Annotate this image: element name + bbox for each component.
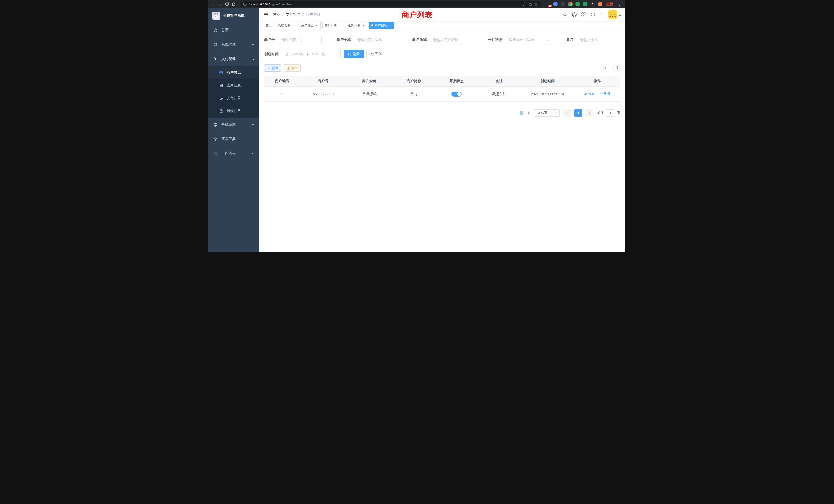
sidebar-item-pay-order[interactable]: 支付订单 <box>208 92 259 105</box>
reset-button[interactable]: 重置 <box>367 50 387 58</box>
grid-icon <box>219 83 223 88</box>
bookmark-star-icon[interactable] <box>534 2 538 6</box>
refresh-icon[interactable] <box>612 64 620 72</box>
merchant-shortname-input[interactable] <box>430 36 474 44</box>
close-icon[interactable] <box>291 24 295 27</box>
extension-drop-icon[interactable] <box>553 2 558 6</box>
export-button[interactable]: 导出 <box>284 64 301 72</box>
sidebar-item-dev-tools[interactable]: 研发工具 <box>208 132 259 146</box>
sidebar-item-system[interactable]: 系统管理 <box>208 38 259 52</box>
remark-input[interactable] <box>577 36 620 44</box>
site-info-icon[interactable] <box>243 2 247 6</box>
browser-back-icon[interactable] <box>211 2 216 7</box>
sidebar: 芋道管理系统 首页 系统管理 <box>208 8 259 252</box>
sidebar-item-merchant-info[interactable]: 商户信息 <box>208 66 259 79</box>
caret-down-icon <box>619 15 621 17</box>
breadcrumb-home[interactable]: 首页 <box>273 12 280 17</box>
tab-pay-order[interactable]: 支付订单 <box>322 22 344 29</box>
tab-merchant-info[interactable]: 商户信息 <box>369 22 394 29</box>
date-range-picker[interactable]: 开始日期 - 结束日期 <box>282 50 341 58</box>
close-icon[interactable] <box>361 24 365 27</box>
sidebar-item-label: 退款订单 <box>226 109 241 113</box>
browser-extensions-area: 10 * 更新 <box>545 2 623 7</box>
sidebar-item-label: 基础设施 <box>221 122 236 127</box>
tab-refund-order[interactable]: 退款订单 <box>346 22 368 29</box>
browser-home-icon[interactable] <box>231 2 236 7</box>
breadcrumb-payment[interactable]: 支付管理 <box>286 12 300 17</box>
cell-seq: 1 <box>264 87 300 101</box>
add-button[interactable]: 新增 <box>264 64 281 72</box>
extension-sheet-icon[interactable] <box>583 2 588 6</box>
merchant-no-input[interactable] <box>278 36 322 44</box>
col-short-name: 商户简称 <box>393 76 436 87</box>
sidebar-item-refund-order[interactable]: 退款订单 <box>208 105 259 117</box>
goto-page-input[interactable] <box>605 109 615 116</box>
extension-dark-icon[interactable] <box>561 2 565 6</box>
prev-page-button[interactable] <box>563 109 571 116</box>
fullscreen-icon[interactable] <box>590 12 595 17</box>
tab-home[interactable]: 首页 <box>263 22 274 29</box>
sidebar-item-payment[interactable]: 支付管理 <box>208 52 259 66</box>
col-full-name: 商户全称 <box>346 76 392 87</box>
password-key-icon[interactable] <box>522 2 526 6</box>
search-icon[interactable] <box>563 12 568 17</box>
sidebar-item-label: 研发工具 <box>221 137 236 141</box>
delete-button[interactable]: 删除 <box>600 92 611 96</box>
close-icon[interactable] <box>315 24 319 27</box>
status-select[interactable]: 请选择开启状态 <box>506 36 552 44</box>
status-toggle[interactable] <box>452 92 462 97</box>
address-bar[interactable]: localhost:1024/pay/merchant <box>240 1 541 7</box>
user-avatar-menu[interactable] <box>608 10 621 19</box>
font-size-icon[interactable] <box>599 13 604 17</box>
extension-color-icon[interactable] <box>568 2 573 6</box>
next-page-button[interactable] <box>586 109 593 116</box>
main-area: 首页 / 支付管理 / 商户信息 <box>259 8 626 252</box>
page-size-select[interactable]: 10条/页 <box>534 109 559 116</box>
extension-grid-icon[interactable]: 10 <box>546 2 550 6</box>
extension-pinwheel-icon[interactable]: * <box>590 2 595 6</box>
page-number-button[interactable]: 1 <box>574 109 582 116</box>
gear-icon <box>213 42 218 47</box>
url-path: /pay/merchant <box>272 2 293 6</box>
table-toolbar: 新增 导出 <box>264 64 620 72</box>
sidebar-item-label: 商户信息 <box>226 70 241 75</box>
box-icon <box>213 137 218 141</box>
tab-user-group[interactable]: 用户分组 <box>299 22 321 29</box>
browser-update-button[interactable]: 更新 <box>605 2 614 6</box>
hamburger-icon[interactable] <box>263 12 269 18</box>
start-date-placeholder: 开始日期 <box>290 52 304 56</box>
browser-reload-icon[interactable] <box>224 2 229 7</box>
search-form-row-1: 商户号 商户全称 商户简称 开启状态 请选择开启状态 <box>264 36 620 44</box>
app-logo[interactable]: 芋道管理系统 <box>208 8 259 23</box>
github-icon[interactable] <box>572 12 577 17</box>
page-unit-label: 页 <box>617 111 620 115</box>
kebab-menu-icon[interactable] <box>617 2 622 7</box>
tab-process-form[interactable]: 流程表单 <box>276 22 297 29</box>
sidebar-item-home[interactable]: 首页 <box>208 23 259 38</box>
help-icon[interactable] <box>581 12 586 17</box>
edit-button[interactable]: 修改 <box>584 92 595 96</box>
extension-green-icon[interactable] <box>575 2 580 6</box>
chevron-down-icon <box>546 38 549 42</box>
cell-actions: 修改 删除 <box>574 87 620 101</box>
toggle-search-icon[interactable] <box>601 64 609 72</box>
close-icon[interactable] <box>388 24 392 27</box>
breadcrumb-separator: / <box>303 13 304 17</box>
sidebar-item-infra[interactable]: 基础设施 <box>208 117 259 132</box>
table-row: 1 M233666999 芋道源码 芋艿 我是备注 2021-10-23 08:… <box>264 87 620 101</box>
search-button[interactable]: 搜索 <box>344 50 364 58</box>
breadcrumb-current: 商户信息 <box>306 12 320 17</box>
col-remark: 备注 <box>478 76 521 87</box>
calendar-icon <box>285 52 288 56</box>
sidebar-item-label: 工作流程 <box>221 151 236 156</box>
document-icon <box>219 109 223 113</box>
sidebar-item-app-info[interactable]: 应用信息 <box>208 79 259 92</box>
chevron-down-icon <box>251 138 255 141</box>
merchant-fullname-input[interactable] <box>354 36 397 44</box>
col-status: 开启状态 <box>435 76 478 87</box>
share-icon[interactable] <box>528 2 532 6</box>
close-icon[interactable] <box>338 24 342 27</box>
sidebar-item-workflow[interactable]: 工作流程 <box>208 146 259 161</box>
browser-forward-icon[interactable] <box>218 2 223 7</box>
extension-avatar-icon[interactable] <box>598 2 602 6</box>
